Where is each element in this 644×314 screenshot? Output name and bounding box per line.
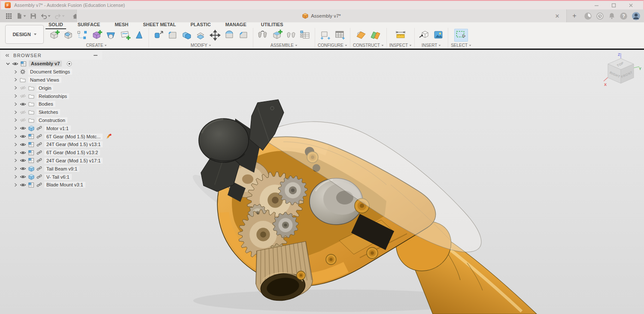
browser-item-relationships[interactable]: Relationships bbox=[1, 92, 102, 100]
browser-item-tail-beam-v9-1[interactable]: Tail Beam v9:1 bbox=[1, 165, 102, 173]
ribbon-group-label-create[interactable]: CREATE bbox=[86, 43, 107, 48]
browser-item-label[interactable]: Named Views bbox=[28, 77, 61, 83]
activate-component-radio-icon[interactable] bbox=[67, 61, 72, 67]
close-button[interactable] bbox=[622, 1, 639, 9]
ribbon-group-label-select[interactable]: SELECT bbox=[451, 43, 471, 48]
visibility-on-icon[interactable] bbox=[20, 142, 26, 147]
ribbon-tab-manage[interactable]: MANAGE bbox=[218, 21, 254, 28]
minimize-panel-icon[interactable] bbox=[94, 55, 98, 56]
browser-item-document-settings[interactable]: Document Settings bbox=[1, 68, 102, 76]
browser-item-label[interactable]: Bodies bbox=[36, 101, 55, 107]
visibility-on-icon[interactable] bbox=[12, 61, 18, 66]
browser-item-24t-gear-mod-1-5-v17-1[interactable]: 24T Gear (Mod 1.5) v17:1 bbox=[1, 157, 102, 165]
viewport-3d[interactable]: BROWSER Assembly v7Document SettingsName… bbox=[0, 50, 644, 314]
visibility-on-icon[interactable] bbox=[20, 183, 26, 187]
browser-item-label[interactable]: 24T Gear (Mod 1.5) v13:1 bbox=[44, 141, 103, 147]
browser-item-24t-gear-mod-1-5-v13-1[interactable]: 24T Gear (Mod 1.5) v13:1 bbox=[1, 140, 102, 149]
browser-item-motor-v1-1[interactable]: Motor v1:1 bbox=[1, 124, 102, 132]
notifications-bell-icon[interactable] bbox=[608, 12, 616, 20]
ribbon-group-label-construct[interactable]: CONSTRUCT bbox=[353, 43, 384, 48]
fillet-icon[interactable] bbox=[166, 29, 179, 42]
collapse-panel-icon[interactable] bbox=[5, 54, 9, 57]
select-icon[interactable] bbox=[454, 29, 468, 42]
browser-item-label[interactable]: Origin bbox=[36, 85, 53, 91]
chevron-down-icon[interactable] bbox=[6, 62, 10, 66]
chevron-right-icon[interactable] bbox=[14, 167, 18, 171]
ribbon-group-label-insert[interactable]: INSERT bbox=[422, 43, 441, 48]
ribbon-group-label-assemble[interactable]: ASSEMBLE bbox=[270, 43, 298, 48]
chevron-right-icon[interactable] bbox=[14, 86, 18, 90]
browser-item-construction[interactable]: Construction bbox=[1, 116, 102, 125]
chevron-right-icon[interactable] bbox=[14, 94, 18, 98]
workspace-selector[interactable]: DESIGN bbox=[5, 25, 44, 44]
viewcube[interactable]: TOP RIGHT FRONT Z Y X bbox=[600, 51, 641, 94]
visibility-off-icon[interactable] bbox=[20, 85, 26, 90]
shell-icon[interactable] bbox=[222, 29, 236, 42]
emboss-icon[interactable] bbox=[104, 29, 118, 42]
chevron-right-icon[interactable] bbox=[14, 118, 18, 122]
chevron-right-icon[interactable] bbox=[14, 143, 18, 146]
ribbon-tab-utilities[interactable]: UTILITIES bbox=[254, 21, 291, 28]
ribbon-tab-sheet-metal[interactable]: SHEET METAL bbox=[136, 21, 183, 28]
offset-face-icon[interactable] bbox=[194, 29, 208, 42]
undo-button[interactable] bbox=[39, 12, 52, 20]
canvas-icon[interactable] bbox=[431, 29, 445, 42]
construction-plane-icon[interactable] bbox=[354, 29, 368, 42]
visibility-on-icon[interactable] bbox=[20, 126, 26, 131]
chevron-right-icon[interactable] bbox=[14, 151, 18, 155]
ribbon-tab-surface[interactable]: SURFACE bbox=[70, 21, 108, 28]
browser-item-label[interactable]: Construction bbox=[36, 117, 67, 123]
app-grid-icon[interactable] bbox=[4, 12, 13, 20]
close-document-icon[interactable]: ✕ bbox=[553, 12, 561, 20]
combine-icon[interactable] bbox=[180, 29, 194, 42]
visibility-off-icon[interactable] bbox=[20, 94, 26, 98]
chevron-right-icon[interactable] bbox=[14, 183, 18, 187]
browser-item-named-views[interactable]: Named Views bbox=[1, 76, 102, 84]
visibility-on-icon[interactable] bbox=[20, 134, 26, 139]
as-built-joint-icon[interactable] bbox=[284, 29, 298, 42]
browser-item-sketches[interactable]: Sketches bbox=[1, 108, 102, 116]
help-icon[interactable]: ? bbox=[620, 12, 628, 20]
browser-item-label[interactable]: 6T Gear (Mod 1.5) Motc... bbox=[44, 134, 103, 140]
bom-icon[interactable] bbox=[298, 29, 312, 42]
press-pull-icon[interactable] bbox=[152, 29, 165, 42]
browser-item-label[interactable]: V- Tail v6:1 bbox=[44, 174, 72, 180]
browser-item-6t-gear-mod-1-5-v13-2[interactable]: 6T Gear (Mod 1.5) v13:2 bbox=[1, 149, 102, 157]
browser-item-origin[interactable]: Origin bbox=[1, 84, 102, 92]
save-button[interactable] bbox=[29, 12, 38, 20]
browser-item-label[interactable]: Assembly v7 bbox=[29, 61, 62, 67]
chamfer-icon[interactable] bbox=[237, 29, 250, 42]
chevron-right-icon[interactable] bbox=[14, 175, 18, 179]
browser-item-label[interactable]: 24T Gear (Mod 1.5) v17:1 bbox=[44, 158, 103, 164]
browser-item-assembly-v7[interactable]: Assembly v7 bbox=[1, 60, 102, 68]
job-status-icon[interactable] bbox=[596, 12, 604, 20]
chevron-right-icon[interactable] bbox=[14, 134, 18, 138]
chevron-right-icon[interactable] bbox=[14, 126, 18, 130]
browser-item-v-tail-v6-1[interactable]: V- Tail v6:1 bbox=[1, 173, 102, 181]
file-menu-button[interactable] bbox=[15, 12, 27, 20]
browser-item-label[interactable]: Relationships bbox=[36, 93, 69, 99]
ribbon-group-label-configure[interactable]: CONFIGURE bbox=[318, 43, 347, 48]
derive-icon[interactable] bbox=[90, 29, 103, 42]
configuration-table-icon[interactable] bbox=[333, 29, 346, 42]
new-component-icon[interactable] bbox=[47, 29, 61, 42]
ribbon-tab-mesh[interactable]: MESH bbox=[107, 21, 136, 28]
chevron-right-icon[interactable] bbox=[14, 70, 18, 74]
sketch-pattern-icon[interactable] bbox=[76, 29, 89, 42]
move-icon[interactable] bbox=[208, 29, 222, 42]
account-avatar[interactable] bbox=[632, 12, 641, 21]
create-form-icon[interactable] bbox=[118, 29, 132, 42]
hole-icon[interactable] bbox=[61, 29, 75, 42]
chevron-right-icon[interactable] bbox=[14, 110, 18, 114]
visibility-off-icon[interactable] bbox=[20, 118, 26, 122]
browser-item-bodies[interactable]: Bodies bbox=[1, 100, 102, 108]
ribbon-tab-solid[interactable]: SOLID bbox=[41, 21, 70, 28]
browser-item-label[interactable]: 6T Gear (Mod 1.5) v13:2 bbox=[44, 149, 100, 155]
configuration-icon[interactable] bbox=[319, 29, 332, 42]
assemble-new-component-icon[interactable] bbox=[270, 29, 284, 42]
measure-icon[interactable] bbox=[394, 29, 407, 42]
visibility-off-icon[interactable] bbox=[20, 110, 26, 115]
document-tab[interactable]: Assembly v7* bbox=[76, 9, 567, 22]
joint-icon[interactable] bbox=[256, 29, 270, 42]
browser-item-label[interactable]: Document Settings bbox=[28, 69, 72, 75]
